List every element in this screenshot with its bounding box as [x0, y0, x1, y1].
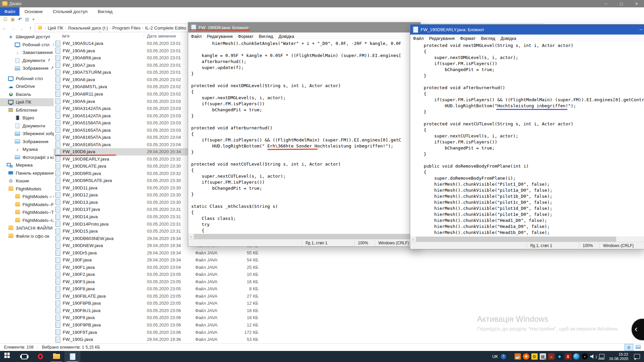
sidebar-item[interactable]: FlightModels--UT- — [0, 217, 54, 225]
sidebar-item[interactable]: FlightModels – 6а — [0, 193, 54, 201]
scroll-left-icon[interactable] — [410, 236, 416, 242]
ribbon-file-tab[interactable]: Файл — [0, 7, 19, 16]
view-box-icon[interactable] — [25, 17, 29, 22]
file-row[interactable]: FW_190F8.java03.05.2020 23:05Файл JAVA8 … — [54, 285, 644, 293]
new-folder-icon[interactable] — [11, 17, 15, 22]
column-header-name[interactable]: Ім'я — [62, 34, 69, 39]
sidebar-item[interactable]: Цей ПК — [0, 98, 54, 106]
avast-tray-icon[interactable] — [523, 353, 529, 360]
forward-icon[interactable] — [9, 25, 17, 31]
sidebar-item[interactable]: Василь — [0, 90, 54, 99]
sat-tray-icon[interactable] — [582, 353, 588, 360]
scrollbar-thumb[interactable] — [416, 237, 616, 242]
scrollbar-thumb[interactable] — [194, 234, 419, 239]
sidebar-item[interactable]: Завантаження — [0, 49, 54, 57]
file-row[interactable]: FW_190F8LATE.java03.05.2020 23:05Файл JA… — [54, 293, 644, 300]
menu-item[interactable]: Формат — [457, 36, 478, 41]
emblem-tray-icon[interactable] — [556, 353, 563, 360]
menu-item[interactable]: Редагування — [426, 36, 458, 41]
menu-item[interactable]: Вигляд — [256, 34, 276, 39]
lamp-tray-icon[interactable] — [548, 353, 554, 360]
taskbar-opera-button[interactable] — [32, 351, 48, 362]
java-tray-icon[interactable] — [515, 353, 521, 360]
sidebar-item[interactable]: Документи — [0, 122, 54, 130]
menu-item[interactable]: Вигляд — [478, 36, 498, 41]
taskbar-notepad-button[interactable] — [64, 351, 80, 362]
file-row[interactable]: FW_190F.java29.04.2020 19:34Файл JAVA54 … — [54, 256, 644, 264]
up-icon[interactable] — [26, 25, 35, 31]
ribbon-tab[interactable]: Вигляд — [93, 7, 117, 16]
action-center-icon[interactable] — [634, 354, 640, 359]
breadcrumb-item[interactable]: Program Files — [112, 25, 141, 31]
scard-tray-icon[interactable] — [565, 353, 571, 360]
sidebar-item[interactable]: Збережені зобра — [0, 130, 54, 138]
task-view-button[interactable] — [16, 351, 32, 362]
explorer-titlebar[interactable]: Джава — [0, 0, 644, 7]
sidebar-item[interactable]: Музика — [0, 145, 54, 154]
file-row[interactable]: FW_190G.java29.04.2020 19:36Файл JAVA53 … — [54, 336, 644, 343]
file-row[interactable]: FW_190Dr5.java29.04.2020 19:34Файл JAVA5… — [54, 249, 644, 256]
sidebar-item[interactable]: Робочий стіл — [0, 41, 54, 49]
menu-item[interactable]: Файл — [410, 36, 426, 41]
sidebar-item[interactable]: Файли із сфс-ок — [0, 232, 54, 240]
start-button[interactable] — [0, 351, 16, 362]
sidebar-item[interactable]: Зображення — [0, 64, 54, 72]
language-indicator[interactable]: UK — [492, 354, 498, 359]
notepad2-text-area[interactable]: protected void nextDMGLevel(String s, in… — [410, 42, 644, 236]
details-view-button[interactable] — [625, 344, 633, 351]
sidebar-item[interactable]: FlightModels--Ta- — [0, 208, 54, 217]
printer-tray-icon[interactable] — [540, 353, 546, 360]
breadcrumb-item[interactable]: Цей ПК — [47, 25, 64, 31]
column-header-date[interactable]: Дата змінення — [147, 34, 176, 39]
file-row[interactable]: FW_190F3.java03.05.2020 23:05Файл JAVA16… — [54, 278, 644, 286]
sidebar-item[interactable]: Відео — [0, 114, 54, 122]
globe-tray-icon[interactable] — [573, 353, 580, 360]
undo-icon[interactable] — [18, 17, 22, 22]
notepad1-hscrollbar[interactable] — [188, 234, 420, 239]
sidebar-item[interactable]: FlightModels — [0, 185, 54, 193]
taskbar-explorer-button[interactable] — [48, 351, 64, 362]
ribbon-tab[interactable]: Спільний доступ — [48, 7, 93, 16]
notepad2-titlebar[interactable]: FW_190D9EARLY.java: Блокнот — [410, 24, 644, 35]
ribbon-tab[interactable]: Основне — [19, 7, 48, 16]
sidebar-item[interactable]: Бібліотеки — [0, 106, 54, 114]
menu-item[interactable]: Формат — [235, 34, 256, 39]
close-icon[interactable] — [629, 0, 644, 7]
file-row[interactable]: FW_190F8U1.java03.05.2020 23:06Файл JAVA… — [54, 307, 644, 314]
taskbar-clock[interactable]: 15:22 16.08.2020 — [607, 352, 630, 361]
sidebar-item[interactable]: Кошик — [0, 177, 54, 185]
maximize-icon[interactable] — [614, 0, 629, 7]
column-divider[interactable] — [144, 34, 144, 39]
breadcrumb-item[interactable]: Локальний диск (I:) — [67, 25, 109, 31]
volume-icon[interactable] — [590, 354, 595, 359]
help-icon[interactable] — [500, 354, 506, 360]
history-dropdown-icon[interactable] — [17, 25, 26, 31]
sidebar-item[interactable]: Мережа — [0, 161, 54, 169]
minimize-icon[interactable] — [639, 27, 642, 32]
file-row[interactable]: FW_190F1.java03.05.2020 23:04Файл JAVA25… — [54, 263, 644, 271]
minimize-icon[interactable] — [599, 0, 614, 7]
notepad1-titlebar[interactable]: FW_190D9.java: Блокнот — [188, 22, 420, 33]
properties-icon[interactable] — [3, 17, 7, 22]
sidebar-item[interactable]: Фотографії з кам — [0, 154, 54, 162]
file-row[interactable]: FW_190F2.java03.05.2020 23:05Файл JAVA10… — [54, 271, 644, 278]
sidebar-item[interactable]: OneDrive — [0, 82, 54, 90]
daemon-tray-icon[interactable] — [531, 353, 538, 360]
thumbnails-view-button[interactable] — [634, 344, 642, 350]
sidebar-item[interactable]: FlightModels--F4U — [0, 201, 54, 209]
file-row[interactable]: FW_190F8PB.java03.05.2020 23:05Файл JAVA… — [54, 300, 644, 307]
back-icon[interactable] — [0, 25, 9, 31]
qat-dropdown-icon[interactable] — [33, 16, 34, 22]
menu-item[interactable]: Редагування — [204, 34, 235, 39]
sidebar-item[interactable]: Швидкий доступ — [0, 33, 54, 41]
menu-item[interactable]: Довідка — [498, 36, 519, 41]
sidebar-item[interactable]: Зображення — [0, 138, 54, 146]
sidebar-item[interactable]: Робочий стіл — [0, 75, 54, 83]
scroll-left-icon[interactable] — [188, 234, 194, 239]
menu-item[interactable]: Файл — [188, 34, 204, 39]
network-icon[interactable] — [599, 354, 604, 358]
menu-item[interactable]: Довідка — [276, 34, 297, 39]
sidebar-item[interactable]: Документи — [0, 57, 54, 65]
sidebar-item[interactable]: ЗАПАСНІ ФАЙЛИ — [0, 224, 54, 232]
sidebar-item[interactable]: Панель керування — [0, 169, 54, 177]
